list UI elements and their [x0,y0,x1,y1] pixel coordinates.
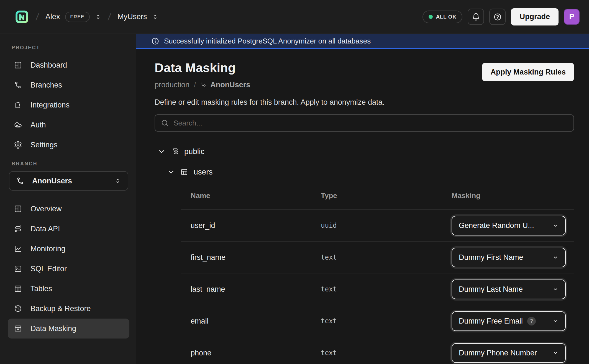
page-description: Define or edit masking rules for this br… [155,98,574,107]
tree-node-schema[interactable]: public [158,147,574,156]
org-selector[interactable]: Alex FREE [45,12,101,22]
project-name: MyUsers [117,12,147,21]
sidebar-item-label: Backup & Restore [30,304,91,313]
breadcrumb-parent[interactable]: production [155,81,189,89]
column-type: text [321,317,452,325]
unfold-icon [114,178,121,184]
masking-rule-select[interactable]: Dummy First Name [452,248,566,267]
sidebar-item-auth[interactable]: Auth [8,115,129,135]
sidebar-item-label: Auth [30,121,46,129]
breadcrumb-separator: / [35,11,40,23]
search-icon [161,119,169,127]
column-name: last_name [191,285,321,294]
panels-icon [14,205,22,213]
sidebar-item-label: Dashboard [30,61,67,70]
chevron-down-icon [552,318,559,324]
help-badge[interactable]: ? [527,317,536,325]
header-masking: Masking [452,191,574,200]
masking-rule-select[interactable]: Dummy Free Email ? [452,311,566,331]
info-icon [151,37,159,45]
search-box [155,114,574,132]
breadcrumb-separator: / [194,81,196,89]
topbar: / Alex FREE / MyUsers ALL OK Upgrade [0,0,589,34]
masking-rule-value: Dummy Last Name [459,285,523,294]
chevron-down-icon [552,286,559,292]
sidebar-item-label: Overview [30,205,62,213]
sidebar-item-overview[interactable]: Overview [8,199,129,219]
masking-rule-value: Dummy First Name [459,253,523,262]
breadcrumb-separator: / [107,11,112,23]
search-input[interactable] [173,119,568,127]
sidebar-item-integrations[interactable]: Integrations [8,95,129,115]
sidebar-item-label: SQL Editor [30,265,67,273]
status-badge[interactable]: ALL OK [422,11,463,23]
chevron-down-icon[interactable] [158,148,165,155]
columns-table: Name Type Masking user_id uuid Generate … [181,184,574,364]
schema-tree: public users [155,147,574,176]
sidebar-item-data-api[interactable]: Data API [8,219,129,239]
sidebar-item-label: Tables [30,284,52,293]
help-button[interactable] [489,9,506,25]
sidebar-item-tables[interactable]: Tables [8,279,129,299]
sidebar-item-data-masking[interactable]: Data Masking [8,319,129,339]
upgrade-button[interactable]: Upgrade [511,8,559,25]
sidebar-item-label: Branches [30,81,62,89]
breadcrumb-current: AnonUsers [200,81,250,89]
org-name: Alex [45,12,60,21]
schema-icon [171,148,179,155]
columns-table-header: Name Type Masking [181,184,574,209]
apply-masking-rules-button[interactable]: Apply Masking Rules [482,63,574,81]
page-title: Data Masking [155,61,250,75]
user-avatar[interactable]: P [564,9,580,25]
sidebar-item-sql-editor[interactable]: SQL Editor [8,259,129,279]
table-row: last_name text Dummy Last Name [181,273,574,305]
tree-node-table[interactable]: users [167,168,574,176]
branch-selector[interactable]: AnonUsers [9,171,128,191]
sidebar-item-label: Monitoring [30,245,65,253]
gear-icon [14,141,22,149]
table-row: user_id uuid Generate Random U... [181,209,574,241]
sidebar-item-backup-restore[interactable]: Backup & Restore [8,299,129,319]
history-icon [14,304,22,313]
sidebar-item-label: Data API [30,225,60,233]
route-icon [14,225,22,233]
window-mask-icon [14,324,22,333]
chart-line-icon [14,245,22,253]
cloud-key-icon [14,121,22,129]
sidebar-item-monitoring[interactable]: Monitoring [8,239,129,259]
bell-icon [472,13,480,21]
breadcrumb: production / AnonUsers [155,81,250,89]
chevron-down-icon[interactable] [167,168,175,176]
masking-rule-select[interactable]: Generate Random U... [452,216,566,235]
sidebar-item-branches[interactable]: Branches [8,75,129,95]
git-branch-icon [14,81,22,89]
breadcrumb-current-label: AnonUsers [210,81,250,89]
masking-rule-select[interactable]: Dummy Phone Number [452,343,566,363]
plan-badge: FREE [65,12,90,22]
help-circle-icon [493,13,502,21]
sidebar-item-dashboard[interactable]: Dashboard [8,55,129,75]
header-type: Type [321,191,452,200]
neon-logo-icon[interactable] [14,9,29,24]
sidebar-item-label: Integrations [30,101,70,109]
notifications-button[interactable] [468,9,484,25]
schema-name: public [184,147,204,156]
masking-rule-value: Dummy Phone Number [459,349,537,357]
sidebar-section-branch: BRANCH [12,161,129,167]
success-banner: Successfully initialized PostgreSQL Anon… [136,34,589,49]
header-name: Name [191,191,321,200]
masking-rule-value: Generate Random U... [459,221,534,230]
chevron-down-icon [552,254,559,260]
table-name: users [194,168,212,176]
unfold-icon [152,14,158,20]
main-panel: Successfully initialized PostgreSQL Anon… [136,34,589,364]
branch-child-icon [200,81,208,89]
table-row: phone text Dummy Phone Number [181,337,574,364]
sidebar-item-settings[interactable]: Settings [8,135,129,155]
table-row: first_name text Dummy First Name [181,241,574,273]
branch-selector-value: AnonUsers [32,177,72,185]
masking-rule-select[interactable]: Dummy Last Name [452,280,566,299]
column-name: email [191,317,321,325]
project-selector[interactable]: MyUsers [117,12,159,21]
table-icon [14,284,22,293]
